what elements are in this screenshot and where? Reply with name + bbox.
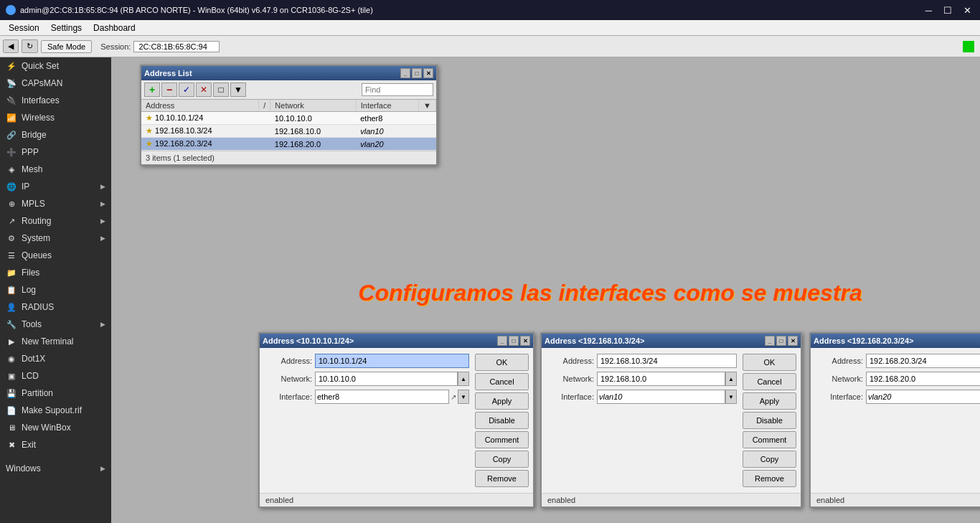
refresh-button[interactable]: ↻ (22, 39, 38, 53)
table-row[interactable]: ★ 10.10.10.1/24 10.10.10.0 ether8 (141, 112, 436, 125)
dialog2-copy[interactable]: Copy (743, 451, 796, 468)
copy-button[interactable]: □ (213, 83, 229, 97)
menu-dashboard[interactable]: Dashboard (88, 22, 141, 34)
sidebar-item-tools[interactable]: 🔧 Tools ▶ (0, 316, 111, 333)
enable-button[interactable]: ✓ (179, 83, 194, 97)
dialog1-interface-input[interactable] (315, 390, 449, 404)
sidebar-item-ip[interactable]: 🌐 IP ▶ (0, 178, 111, 195)
sidebar-item-system[interactable]: ⚙ System ▶ (0, 230, 111, 247)
title-bar-controls: ─ ☐ ✕ (923, 6, 974, 15)
sidebar-item-routing[interactable]: ↗ Routing ▶ (0, 212, 111, 230)
sidebar-item-wireless[interactable]: 📶 Wireless (0, 109, 111, 126)
sidebar-label-quickset: Quick Set (22, 61, 59, 71)
mpls-icon: ⊕ (6, 198, 17, 209)
dialog1-address-input[interactable] (315, 354, 469, 368)
dialog2-body: Address: Network: ▲ Interface: (542, 348, 743, 413)
dialog2-buttons: OK Cancel Apply Disable Comment Copy Rem… (743, 348, 801, 493)
dialog1-minimize[interactable]: _ (497, 336, 507, 346)
menu-session[interactable]: Session (3, 22, 45, 34)
dialog2-interface-input[interactable] (597, 390, 725, 404)
search-input[interactable] (362, 83, 433, 96)
sidebar-item-lcd[interactable]: ▣ LCD (0, 367, 111, 385)
remove-button[interactable]: − (161, 83, 177, 97)
dialog3-address-input[interactable] (866, 354, 980, 368)
dialog2-apply[interactable]: Apply (743, 392, 796, 410)
dialog1-controls: _ □ ✕ (497, 336, 530, 346)
dialog2-ok[interactable]: OK (743, 354, 796, 371)
sidebar-item-interfaces[interactable]: 🔌 Interfaces (0, 92, 111, 109)
app-icon (6, 5, 16, 15)
dialog2-network-input[interactable] (597, 372, 725, 386)
dialog1-cancel[interactable]: Cancel (475, 373, 529, 390)
dialog2-remove[interactable]: Remove (743, 470, 796, 487)
address-list-maximize[interactable]: □ (412, 68, 422, 78)
dialog1-copy[interactable]: Copy (475, 451, 529, 468)
dialog2-interface-drop[interactable]: ▼ (725, 390, 737, 404)
dialog1-network-input[interactable] (315, 372, 458, 386)
table-row[interactable]: ★ 192.168.10.3/24 192.168.10.0 vlan10 (141, 125, 436, 138)
sidebar-item-mpls[interactable]: ⊕ MPLS ▶ (0, 195, 111, 212)
lcd-icon: ▣ (6, 370, 17, 382)
dialog2-network-arrow[interactable]: ▲ (725, 372, 737, 386)
sidebar-item-radius[interactable]: 👤 RADIUS (0, 298, 111, 316)
dialog2-comment[interactable]: Comment (743, 431, 796, 448)
col-interface: Interface (356, 100, 418, 112)
sidebar-item-exit[interactable]: ✖ Exit (0, 436, 111, 453)
dialog2-disable[interactable]: Disable (743, 412, 796, 429)
sidebar-label-partition: Partition (22, 388, 53, 398)
sidebar-item-new-terminal[interactable]: ▶ New Terminal (0, 333, 111, 350)
filter-button[interactable]: ▼ (230, 83, 246, 97)
close-button[interactable]: ✕ (961, 6, 974, 15)
sidebar-item-capsman[interactable]: 📡 CAPsMAN (0, 75, 111, 92)
safe-mode-button[interactable]: Safe Mode (41, 40, 92, 53)
dialog3-address-row: Address: (816, 354, 980, 368)
back-button[interactable]: ◀ (3, 39, 19, 53)
sidebar-item-make-supout[interactable]: 📄 Make Supout.rif (0, 402, 111, 419)
dialog2-cancel[interactable]: Cancel (743, 373, 796, 390)
sidebar-item-windows[interactable]: Windows ▶ (0, 461, 111, 476)
sidebar-label-windows: Windows (6, 463, 41, 473)
dialog2-close[interactable]: ✕ (788, 336, 798, 346)
dialog1-remove[interactable]: Remove (475, 470, 529, 487)
tools-icon: 🔧 (6, 319, 17, 330)
dialog1-comment[interactable]: Comment (475, 431, 529, 448)
dialog1-network-field: ▲ (315, 372, 469, 386)
dialog1-ok[interactable]: OK (475, 354, 529, 371)
maximize-button[interactable]: ☐ (941, 6, 955, 15)
dialog1-network-arrow[interactable]: ▲ (458, 372, 469, 386)
cell-sort (259, 125, 270, 138)
sidebar-item-mesh[interactable]: ◈ Mesh (0, 161, 111, 178)
sidebar-item-queues[interactable]: ☰ Queues (0, 247, 111, 264)
dialog2-minimize[interactable]: _ (765, 336, 775, 346)
sidebar-item-files[interactable]: 📁 Files (0, 264, 111, 281)
dialog3-interface-input[interactable] (866, 390, 980, 404)
dialog3-content: Address: Network: ▲ Interface: (811, 348, 980, 493)
sidebar-item-log[interactable]: 📋 Log (0, 281, 111, 298)
dialog1-disable[interactable]: Disable (475, 412, 529, 429)
sidebar-item-ppp[interactable]: ➕ PPP (0, 143, 111, 161)
files-icon: 📁 (6, 267, 17, 278)
sidebar-item-partition[interactable]: 💾 Partition (0, 385, 111, 402)
dialog1-maximize[interactable]: □ (509, 336, 519, 346)
exit-icon: ✖ (6, 439, 17, 451)
disable-button[interactable]: ✕ (196, 83, 212, 97)
address-list-close[interactable]: ✕ (423, 68, 433, 78)
sidebar-item-new-winbox[interactable]: 🖥 New WinBox (0, 419, 111, 436)
dialog1-apply[interactable]: Apply (475, 392, 529, 410)
sidebar-item-bridge[interactable]: 🔗 Bridge (0, 126, 111, 143)
sidebar-item-dot1x[interactable]: ◉ Dot1X (0, 350, 111, 367)
dialog2-maximize[interactable]: □ (776, 336, 786, 346)
cell-address: ★ 192.168.10.3/24 (141, 125, 259, 138)
add-button[interactable]: + (144, 83, 160, 97)
dialog3-network-input[interactable] (866, 372, 980, 386)
routing-icon: ↗ (6, 215, 17, 227)
dialog1-close[interactable]: ✕ (520, 336, 530, 346)
address-list-minimize[interactable]: _ (400, 68, 410, 78)
dialog1-interface-drop[interactable]: ▼ (458, 390, 469, 404)
cell-address: ★ 192.168.20.3/24 (141, 138, 259, 151)
menu-settings[interactable]: Settings (45, 22, 88, 34)
sidebar-item-quickset[interactable]: ⚡ Quick Set (0, 57, 111, 75)
dialog2-address-input[interactable] (597, 354, 737, 368)
table-row[interactable]: ★ 192.168.20.3/24 192.168.20.0 vlan20 (141, 138, 436, 151)
minimize-button[interactable]: ─ (923, 6, 935, 15)
